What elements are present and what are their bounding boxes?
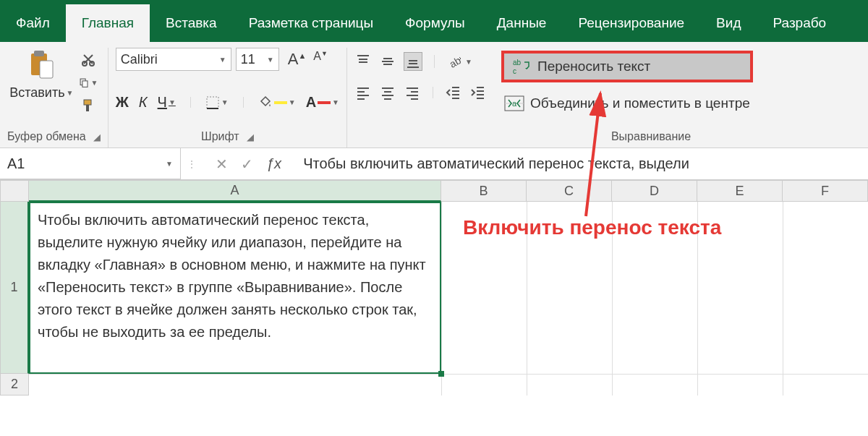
paste-label: Вставить <box>9 85 64 101</box>
tab-review[interactable]: Рецензирование <box>562 4 700 42</box>
font-name-value: Calibri <box>121 52 158 67</box>
tab-file[interactable]: Файл <box>0 4 66 42</box>
tab-page-layout[interactable]: Разметка страницы <box>233 4 389 42</box>
chevron-down-icon: ▼ <box>169 98 176 106</box>
row-header-1[interactable]: 1 <box>0 202 29 374</box>
tab-developer[interactable]: Разрабо <box>757 4 842 42</box>
borders-button[interactable]: ▼ <box>205 95 229 110</box>
tab-view[interactable]: Вид <box>700 4 757 42</box>
group-font: Calibri ▼ 11 ▼ A▲ A▼ Ж К Ч ▼ <box>109 48 347 148</box>
column-header-C[interactable]: C <box>527 180 612 202</box>
column-header-A[interactable]: A <box>29 180 441 202</box>
font-color-swatch <box>318 101 331 104</box>
worksheet: A B C D E F 1 2 Чтобы включить автоматич… <box>0 180 868 396</box>
decrease-font-button[interactable]: A▼ <box>313 50 328 69</box>
format-painter-button[interactable] <box>79 97 98 114</box>
ribbon-tabs: Файл Главная Вставка Разметка страницы Ф… <box>0 4 868 42</box>
orientation-button[interactable]: ab ▼ <box>446 53 472 70</box>
align-bottom-button[interactable] <box>404 52 422 71</box>
svg-rect-7 <box>84 100 91 105</box>
svg-text:c: c <box>513 67 516 75</box>
align-left-button[interactable] <box>354 84 372 101</box>
align-top-button[interactable] <box>354 53 372 70</box>
increase-indent-button[interactable] <box>469 84 487 101</box>
name-box[interactable]: A1 ▼ <box>0 148 181 179</box>
tab-formulas[interactable]: Формулы <box>389 4 481 42</box>
merge-center-button[interactable]: a Объединить и поместить в центре <box>501 94 753 113</box>
column-header-D[interactable]: D <box>612 180 697 202</box>
chevron-down-icon[interactable]: ▼ <box>67 89 74 97</box>
align-right-button[interactable] <box>404 84 421 101</box>
chevron-down-icon: ▼ <box>91 79 98 87</box>
dialog-launcher-icon[interactable]: ◢ <box>247 132 254 142</box>
fill-color-button[interactable]: ▼ <box>258 95 296 110</box>
formula-input[interactable] <box>294 148 868 179</box>
font-size-value: 11 <box>241 52 255 67</box>
dialog-launcher-icon[interactable]: ◢ <box>93 132 101 142</box>
column-header-B[interactable]: B <box>441 180 527 202</box>
svg-rect-2 <box>40 61 53 78</box>
paste-button[interactable] <box>25 48 58 84</box>
cell-A1[interactable]: Чтобы включить автоматический перенос те… <box>29 202 441 374</box>
cut-button[interactable] <box>79 51 98 68</box>
tab-data[interactable]: Данные <box>481 4 563 42</box>
wrap-text-button[interactable]: abc Переносить текст <box>501 51 753 82</box>
svg-text:ab: ab <box>448 54 464 70</box>
vertical-grip-icon: ⋮ <box>181 158 203 170</box>
fill-color-swatch <box>274 101 287 104</box>
chevron-down-icon: ▼ <box>219 56 226 64</box>
fill-handle[interactable] <box>438 371 444 377</box>
group-font-label: Шрифт <box>201 130 239 143</box>
align-center-button[interactable] <box>379 84 396 101</box>
insert-function-button[interactable]: ƒx <box>266 155 281 173</box>
group-alignment-label: Выравнивание <box>611 130 691 143</box>
select-all-corner[interactable] <box>0 180 29 202</box>
bold-button[interactable]: Ж <box>116 94 129 111</box>
cancel-formula-button[interactable]: ✕ <box>216 155 228 173</box>
group-clipboard: Вставить ▼ ▼ Буфер обмена ◢ <box>0 48 109 148</box>
svg-rect-8 <box>86 105 89 111</box>
enter-formula-button[interactable]: ✓ <box>241 155 253 173</box>
copy-button[interactable]: ▼ <box>79 74 98 91</box>
align-middle-button[interactable] <box>379 53 396 70</box>
svg-rect-6 <box>82 81 88 87</box>
chevron-down-icon: ▼ <box>465 58 472 66</box>
chevron-down-icon: ▼ <box>332 98 339 106</box>
group-alignment: ab ▼ abc Переносить текст <box>347 48 868 148</box>
decrease-indent-button[interactable] <box>445 84 462 101</box>
chevron-down-icon: ▼ <box>221 98 229 106</box>
increase-font-button[interactable]: A▲ <box>288 50 307 69</box>
wrap-text-label: Переносить текст <box>537 59 650 74</box>
column-header-E[interactable]: E <box>697 180 783 202</box>
column-header-F[interactable]: F <box>783 180 868 202</box>
svg-rect-9 <box>207 97 218 108</box>
chevron-down-icon: ▼ <box>267 56 274 64</box>
svg-rect-1 <box>34 51 44 56</box>
tab-insert[interactable]: Вставка <box>150 4 233 42</box>
ribbon: Вставить ▼ ▼ Буфер обмена ◢ <box>0 42 868 148</box>
row-header-2[interactable]: 2 <box>0 374 29 396</box>
tab-home[interactable]: Главная <box>66 4 150 42</box>
italic-button[interactable]: К <box>139 94 148 111</box>
chevron-down-icon: ▼ <box>289 98 296 106</box>
underline-button[interactable]: Ч ▼ <box>158 94 176 111</box>
svg-text:ab: ab <box>513 59 522 67</box>
svg-text:a: a <box>512 99 517 108</box>
merge-center-label: Объединить и поместить в центре <box>530 95 750 111</box>
font-color-button[interactable]: A ▼ <box>306 94 339 111</box>
name-box-value: A1 <box>7 155 25 172</box>
formula-bar-row: A1 ▼ ⋮ ✕ ✓ ƒx <box>0 148 868 180</box>
font-name-select[interactable]: Calibri ▼ <box>116 48 231 71</box>
font-size-select[interactable]: 11 ▼ <box>236 48 279 71</box>
group-clipboard-label: Буфер обмена <box>7 130 86 143</box>
chevron-down-icon: ▼ <box>166 160 173 168</box>
